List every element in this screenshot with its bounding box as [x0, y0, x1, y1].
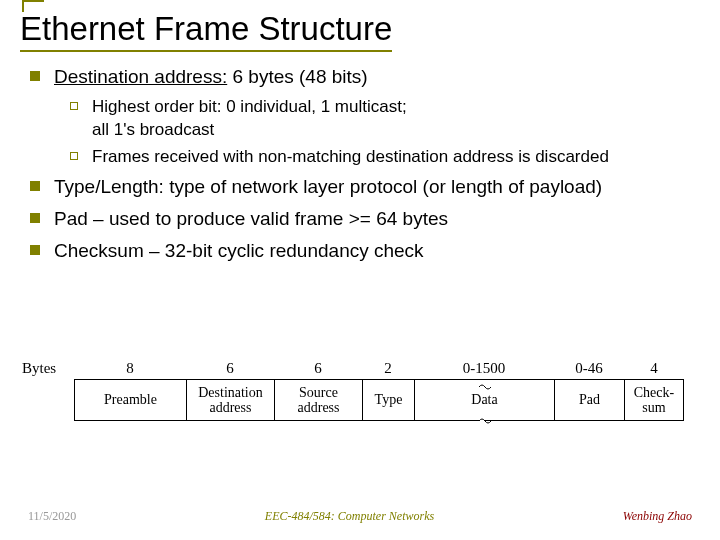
title-accent	[22, 0, 44, 12]
hollow-square-icon	[70, 152, 78, 160]
bullet-sub-2: Frames received with non-matching destin…	[70, 146, 700, 169]
bullet-main-3: Pad – used to produce valid frame >= 64 …	[30, 206, 700, 232]
frame-field-box: Preamble	[74, 379, 186, 421]
frame-field-box: Pad	[554, 379, 624, 421]
sub-list: Highest order bit: 0 individual, 1 multi…	[30, 96, 700, 169]
content-body: Destination address: 6 bytes (48 bits) H…	[0, 52, 720, 263]
bytes-value: 8	[74, 360, 186, 377]
dest-addr-suffix: 6 bytes (48 bits)	[227, 66, 367, 87]
sub-text-2: Frames received with non-matching destin…	[92, 146, 700, 169]
box-row-spacer	[22, 379, 74, 421]
bytes-row-label: Bytes	[22, 360, 74, 377]
square-bullet-icon	[30, 213, 40, 223]
frame-field-box: Destination address	[186, 379, 274, 421]
bytes-value: 0-46	[554, 360, 624, 377]
hollow-square-icon	[70, 102, 78, 110]
slide-title: Ethernet Frame Structure	[20, 10, 392, 52]
bytes-value: 0-1500	[414, 360, 554, 377]
frame-boxes: PreambleDestination addressSource addres…	[74, 379, 684, 421]
bullet-text-3: Pad – used to produce valid frame >= 64 …	[54, 206, 700, 232]
square-bullet-icon	[30, 181, 40, 191]
bytes-value: 6	[186, 360, 274, 377]
footer-date: 11/5/2020	[28, 509, 76, 524]
frame-diagram: Bytes 86620-15000-464 PreambleDestinatio…	[22, 360, 698, 421]
dest-addr-label: Destination address:	[54, 66, 227, 87]
bullet-sub-1: Highest order bit: 0 individual, 1 multi…	[70, 96, 700, 142]
bullet-main-2: Type/Length: type of network layer proto…	[30, 174, 700, 200]
bullet-main-4: Checksum – 32-bit cyclic redundancy chec…	[30, 238, 700, 264]
square-bullet-icon	[30, 71, 40, 81]
break-mark-icon	[479, 379, 491, 387]
bytes-columns: 86620-15000-464	[74, 360, 684, 377]
bullet-text-2: Type/Length: type of network layer proto…	[54, 174, 700, 200]
bytes-header-row: Bytes 86620-15000-464	[22, 360, 698, 377]
frame-field-box: Data	[414, 379, 554, 421]
bytes-value: 4	[624, 360, 684, 377]
title-area: Ethernet Frame Structure	[0, 0, 720, 52]
bytes-value: 2	[362, 360, 414, 377]
bullet-text: Destination address: 6 bytes (48 bits)	[54, 64, 700, 90]
break-mark-icon	[479, 413, 491, 421]
slide-footer: 11/5/2020 EEC-484/584: Computer Networks…	[0, 509, 720, 524]
footer-author: Wenbing Zhao	[623, 509, 692, 524]
frame-field-box: Check- sum	[624, 379, 684, 421]
bullet-main-1: Destination address: 6 bytes (48 bits)	[30, 64, 700, 90]
bytes-value: 6	[274, 360, 362, 377]
frame-box-row: PreambleDestination addressSource addres…	[22, 379, 698, 421]
footer-course: EEC-484/584: Computer Networks	[265, 509, 434, 524]
bullet-text-4: Checksum – 32-bit cyclic redundancy chec…	[54, 238, 700, 264]
frame-field-box: Source address	[274, 379, 362, 421]
sub-text-1: Highest order bit: 0 individual, 1 multi…	[92, 96, 700, 142]
square-bullet-icon	[30, 245, 40, 255]
slide: Ethernet Frame Structure Destination add…	[0, 0, 720, 540]
frame-field-box: Type	[362, 379, 414, 421]
